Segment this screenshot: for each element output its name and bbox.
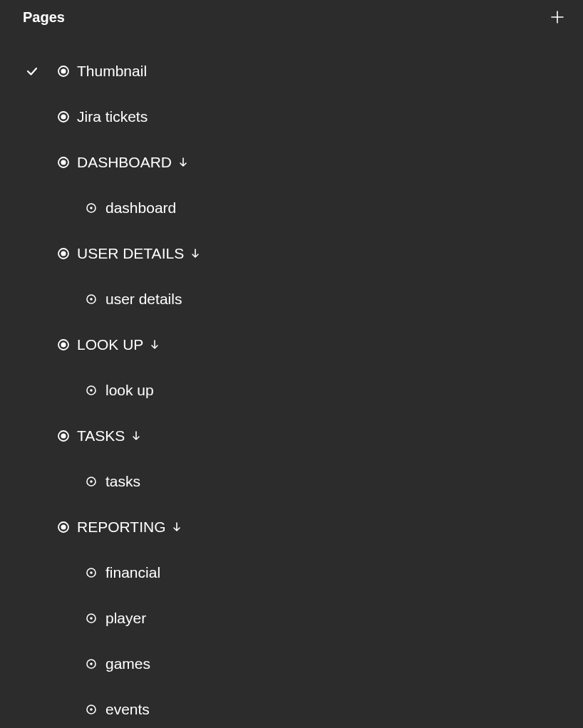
bullet-slot <box>57 338 77 351</box>
svg-point-15 <box>90 389 93 392</box>
bullet-slot <box>57 430 77 442</box>
svg-point-3 <box>61 114 66 119</box>
collapse-indicator <box>149 339 160 350</box>
page-list-subitem[interactable]: events <box>0 687 583 728</box>
subpage-bullet-icon <box>86 202 97 214</box>
add-page-button[interactable] <box>549 9 566 26</box>
svg-point-19 <box>90 480 93 483</box>
check-icon <box>26 65 38 78</box>
svg-point-7 <box>90 207 93 209</box>
page-list-subitem[interactable]: financial <box>0 550 583 596</box>
bullet-slot <box>57 156 77 169</box>
arrow-down-icon <box>190 248 201 259</box>
pages-panel-header: Pages <box>0 0 583 34</box>
page-list-item[interactable]: USER DETAILS <box>0 231 583 276</box>
collapse-indicator <box>171 521 182 533</box>
svg-point-11 <box>90 298 93 301</box>
bullet-slot <box>86 385 105 396</box>
page-bullet-icon <box>57 247 70 260</box>
subpage-bullet-icon <box>86 293 97 305</box>
plus-icon <box>550 10 564 24</box>
page-item-label: dashboard <box>105 199 176 217</box>
svg-point-17 <box>61 433 66 438</box>
page-list-item[interactable]: LOOK UP <box>0 322 583 368</box>
page-bullet-icon <box>57 65 70 78</box>
page-item-label: Jira tickets <box>77 108 148 125</box>
page-item-label: financial <box>105 564 160 581</box>
arrow-down-icon <box>130 430 142 442</box>
bullet-slot <box>86 613 105 624</box>
page-list-item[interactable]: Thumbnail <box>0 48 583 94</box>
bullet-slot <box>86 202 105 214</box>
page-list-item[interactable]: DASHBOARD <box>0 140 583 185</box>
bullet-slot <box>86 704 105 715</box>
svg-point-5 <box>61 160 66 165</box>
subpage-bullet-icon <box>86 476 97 487</box>
pages-panel-title: Pages <box>23 9 65 26</box>
bullet-slot <box>57 247 77 260</box>
page-bullet-icon <box>57 110 70 123</box>
page-item-label: user details <box>105 291 182 308</box>
svg-point-23 <box>90 571 93 574</box>
bullet-slot <box>57 65 77 78</box>
subpage-bullet-icon <box>86 613 97 624</box>
subpage-bullet-icon <box>86 567 97 578</box>
svg-point-9 <box>61 251 66 256</box>
page-item-label: events <box>105 701 150 718</box>
bullet-slot <box>86 476 105 487</box>
page-item-label: TASKS <box>77 427 125 444</box>
page-bullet-icon <box>57 156 70 169</box>
page-list-subitem[interactable]: games <box>0 641 583 687</box>
page-list-item[interactable]: TASKS <box>0 413 583 459</box>
arrow-down-icon <box>171 521 182 533</box>
page-list-subitem[interactable]: tasks <box>0 459 583 504</box>
page-item-label: Thumbnail <box>77 63 147 80</box>
subpage-bullet-icon <box>86 385 97 396</box>
page-bullet-icon <box>57 430 70 442</box>
svg-point-21 <box>61 524 66 529</box>
page-item-label: player <box>105 610 146 627</box>
bullet-slot <box>57 521 77 534</box>
page-list-item[interactable]: REPORTING <box>0 504 583 550</box>
page-list-subitem[interactable]: player <box>0 596 583 641</box>
svg-point-13 <box>61 342 66 347</box>
page-list-subitem[interactable]: look up <box>0 368 583 413</box>
page-item-label: games <box>105 655 150 672</box>
page-item-label: REPORTING <box>77 519 165 536</box>
subpage-bullet-icon <box>86 704 97 715</box>
collapse-indicator <box>190 248 201 259</box>
check-slot <box>0 65 57 78</box>
page-list-subitem[interactable]: user details <box>0 276 583 322</box>
page-item-label: LOOK UP <box>77 336 143 353</box>
page-list-item[interactable]: Jira tickets <box>0 94 583 140</box>
bullet-slot <box>86 658 105 670</box>
svg-point-1 <box>61 68 66 73</box>
bullet-slot <box>86 293 105 305</box>
page-item-label: look up <box>105 382 154 399</box>
svg-point-27 <box>90 662 93 665</box>
page-item-label: tasks <box>105 473 140 490</box>
svg-point-29 <box>90 708 93 711</box>
page-list-subitem[interactable]: dashboard <box>0 185 583 231</box>
pages-list: ThumbnailJira ticketsDASHBOARDdashboardU… <box>0 34 583 728</box>
arrow-down-icon <box>149 339 160 350</box>
page-item-label: USER DETAILS <box>77 245 184 262</box>
bullet-slot <box>57 110 77 123</box>
page-bullet-icon <box>57 521 70 534</box>
svg-point-25 <box>90 617 93 620</box>
page-bullet-icon <box>57 338 70 351</box>
arrow-down-icon <box>177 157 189 168</box>
collapse-indicator <box>130 430 142 442</box>
collapse-indicator <box>177 157 189 168</box>
page-item-label: DASHBOARD <box>77 154 172 171</box>
bullet-slot <box>86 567 105 578</box>
subpage-bullet-icon <box>86 658 97 670</box>
